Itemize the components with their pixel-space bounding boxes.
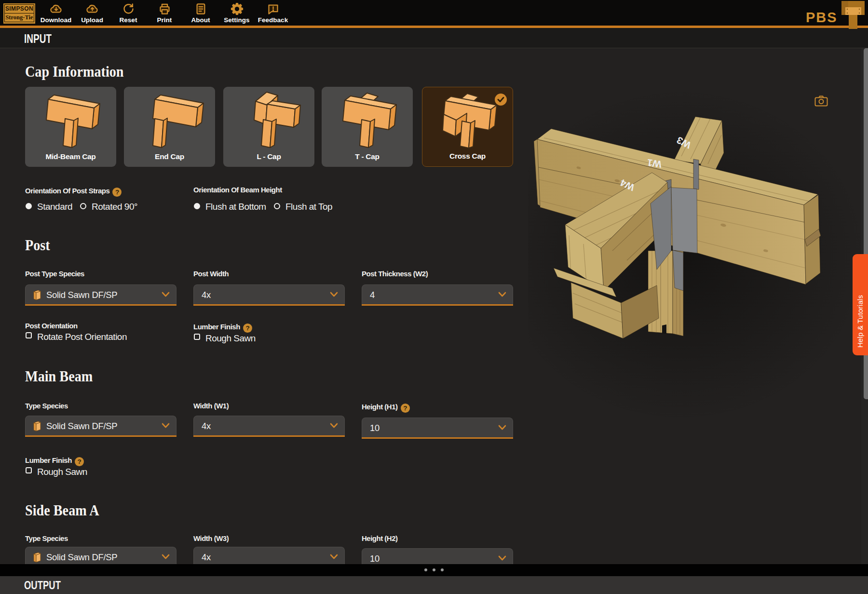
svg-text:W1: W1 — [647, 157, 663, 170]
